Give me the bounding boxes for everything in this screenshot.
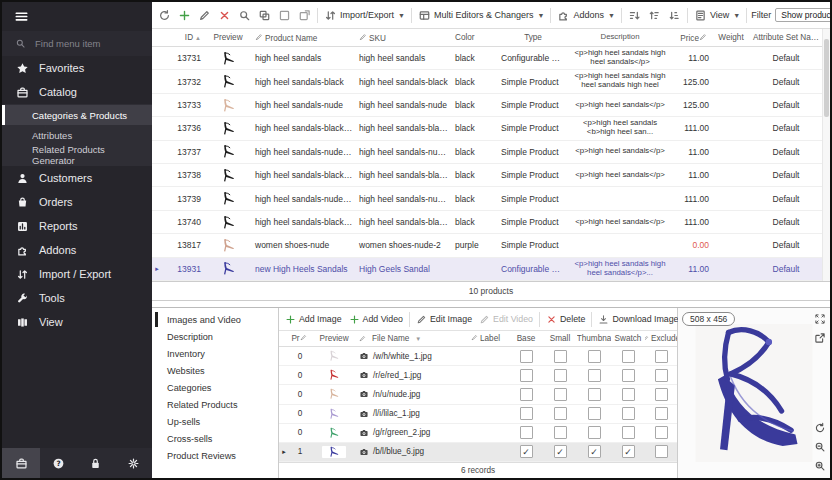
tab-images-and-video[interactable]: Images and Video	[152, 311, 278, 328]
sidebar-item-reports[interactable]: Reports	[2, 214, 152, 238]
row-expander[interactable]: ▸	[152, 265, 162, 273]
list-item[interactable]: 0 /n/u/nude.jpg	[279, 385, 677, 404]
sidebar-item-favorites[interactable]: Favorites	[2, 56, 152, 80]
checkbox[interactable]: ✓	[622, 445, 635, 458]
download-image-button[interactable]: Download Image	[595, 312, 681, 327]
col-id[interactable]: ID▲	[162, 33, 204, 42]
tab-categories[interactable]: Categories	[152, 379, 278, 396]
checkbox[interactable]	[655, 426, 668, 439]
col-position[interactable]: Pr	[289, 334, 311, 343]
checkbox[interactable]	[520, 388, 533, 401]
checkbox[interactable]	[520, 369, 533, 382]
checkbox[interactable]	[622, 350, 635, 363]
checkbox[interactable]	[622, 407, 635, 420]
table-row[interactable]: 13733 high heel sandals-nude high heel s…	[152, 94, 822, 117]
checkbox[interactable]	[588, 350, 601, 363]
table-row[interactable]: 13737 high heel sandals-nude-36 high hee…	[152, 141, 822, 164]
checkbox[interactable]	[554, 350, 567, 363]
list-item[interactable]: 0 /r/e/red_1.jpg	[279, 366, 677, 385]
checkbox[interactable]	[520, 350, 533, 363]
table-row[interactable]: 13732 high heel sandals-black high heel …	[152, 70, 822, 93]
checkbox[interactable]	[554, 426, 567, 439]
col-preview[interactable]: Preview	[204, 33, 252, 42]
add-video-button[interactable]: Add Video	[346, 312, 406, 327]
checkbox[interactable]	[554, 369, 567, 382]
search-products-button[interactable]	[235, 7, 254, 24]
sidebar-item-tools[interactable]: Tools	[2, 286, 152, 310]
tree-level-button[interactable]	[665, 7, 684, 24]
addons-button[interactable]: Addons▼	[554, 7, 617, 24]
paste-button[interactable]	[295, 7, 314, 24]
fullscreen-icon[interactable]	[814, 313, 826, 325]
menu-search-input[interactable]: Find menu item	[2, 31, 152, 56]
sidebar-item-import-export[interactable]: Import / Export	[2, 262, 152, 286]
edit-image-button[interactable]: Edit Image	[413, 312, 475, 327]
tab-inventory[interactable]: Inventory	[152, 345, 278, 362]
checkbox[interactable]	[554, 388, 567, 401]
category-filter-select[interactable]: Show products from selected categories▼	[775, 8, 832, 22]
col-color[interactable]: Color	[452, 33, 498, 42]
zoom-out-icon[interactable]	[814, 441, 826, 453]
edit-video-button[interactable]: Edit Video	[476, 312, 536, 327]
checkbox[interactable]	[655, 445, 668, 458]
row-expander[interactable]: ▸	[279, 448, 289, 456]
table-row[interactable]: 13740 high heel sandals-black-38 high he…	[152, 211, 822, 234]
sidebar-item-addons[interactable]: Addons	[2, 238, 152, 262]
delete-image-button[interactable]: Delete	[543, 312, 588, 327]
products-scrollbar[interactable]	[822, 29, 830, 281]
table-row[interactable]: 13738 high heel sandals-black-37 high he…	[152, 164, 822, 187]
sidebar-item-related-products-generator[interactable]: Related Products Generator	[2, 145, 152, 165]
checkbox[interactable]	[622, 369, 635, 382]
col-swatch[interactable]: Swatch	[611, 334, 645, 343]
table-row[interactable]: 13731 high heel sandals high heel sandal…	[152, 47, 822, 70]
tab-description[interactable]: Description	[152, 328, 278, 345]
col-product-name[interactable]: Product Name	[252, 33, 356, 43]
rotate-icon[interactable]	[814, 422, 826, 434]
col-image-preview[interactable]: Preview	[311, 334, 357, 343]
col-attribute-set[interactable]: Attribute Set Name	[750, 33, 822, 42]
checkbox[interactable]	[588, 407, 601, 420]
checkbox[interactable]	[622, 426, 635, 439]
sidebar-item-catalog[interactable]: Catalog	[2, 80, 152, 104]
checkbox[interactable]	[588, 369, 601, 382]
help-button[interactable]: ?	[52, 457, 65, 470]
checkbox[interactable]	[588, 426, 601, 439]
settings-button[interactable]	[127, 457, 140, 470]
delete-product-button[interactable]	[215, 7, 234, 24]
refresh-button[interactable]	[155, 7, 174, 24]
edit-product-button[interactable]	[195, 7, 214, 24]
col-weight[interactable]: Weight	[712, 33, 750, 42]
sidebar-item-attributes[interactable]: Attributes	[2, 125, 152, 145]
checkbox[interactable]	[554, 407, 567, 420]
expand-tree-button[interactable]	[645, 7, 664, 24]
sidebar-item-categories-products[interactable]: Categories & Products	[2, 105, 152, 125]
checkbox[interactable]	[655, 407, 668, 420]
checkbox[interactable]	[622, 388, 635, 401]
checkbox[interactable]: ✓	[554, 445, 567, 458]
view-button[interactable]: View▼	[691, 7, 743, 24]
sidebar-item-orders[interactable]: Orders	[2, 190, 152, 214]
zoom-in-icon[interactable]	[814, 460, 826, 472]
checkbox[interactable]	[520, 426, 533, 439]
col-small[interactable]: Small	[543, 334, 577, 343]
sidebar-item-customers[interactable]: Customers	[2, 166, 152, 190]
table-row[interactable]: ▸ 13931 new High Heels Sandals High Geel…	[152, 258, 822, 281]
tab-product-reviews[interactable]: Product Reviews	[152, 447, 278, 464]
col-label[interactable]: Label	[469, 334, 509, 343]
lock-button[interactable]	[89, 457, 102, 470]
open-external-icon[interactable]	[814, 332, 826, 344]
col-price[interactable]: Price	[672, 33, 712, 43]
checkbox[interactable]	[655, 350, 668, 363]
table-row[interactable]: 13739 high heel sandals-nude-37 high hee…	[152, 187, 822, 210]
table-row[interactable]: 13817 women shoes-nude women shoes-nude-…	[152, 234, 822, 257]
add-product-button[interactable]	[175, 7, 194, 24]
tab-cross-sells[interactable]: Cross-sells	[152, 430, 278, 447]
checkbox[interactable]	[655, 369, 668, 382]
list-item[interactable]: ▸ 1 /b/l/blue_6.jpg ✓ ✓ ✓ ✓	[279, 443, 677, 462]
col-sku[interactable]: SKU	[356, 33, 452, 43]
import-export-button[interactable]: Import/Export▼	[321, 7, 408, 24]
checkbox[interactable]	[588, 388, 601, 401]
checkbox[interactable]: ✓	[520, 445, 533, 458]
checkbox[interactable]	[655, 388, 668, 401]
sidebar-item-view[interactable]: View	[2, 310, 152, 334]
